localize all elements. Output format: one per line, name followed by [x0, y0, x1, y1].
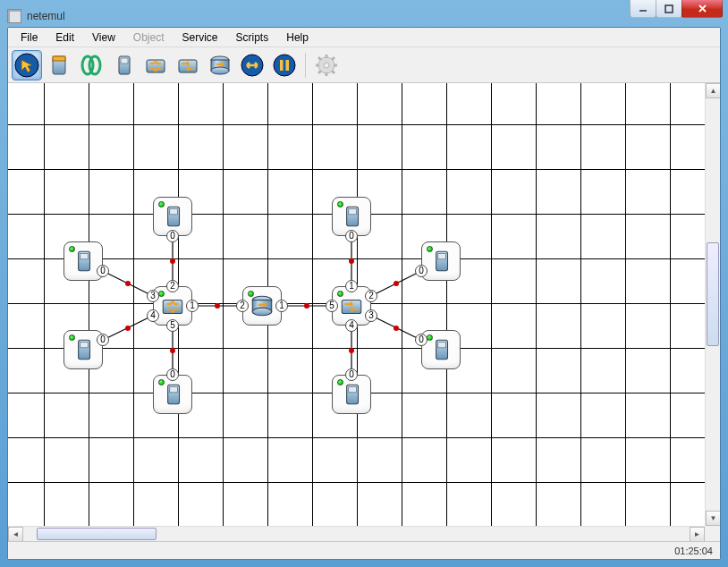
maximize-button[interactable]	[656, 0, 682, 18]
link-dot-icon	[349, 348, 354, 353]
tool-cable[interactable]	[76, 50, 106, 80]
port-label: 4	[345, 319, 358, 332]
computer-icon	[70, 336, 97, 363]
tool-send[interactable]	[237, 50, 267, 80]
port-label: 3	[147, 290, 159, 302]
status-led-icon	[337, 291, 343, 297]
router-icon	[249, 292, 275, 319]
computer-icon	[111, 53, 136, 78]
status-led-icon	[158, 201, 165, 207]
link-dot-icon	[170, 258, 175, 264]
computer-icon	[159, 203, 186, 230]
scroll-up-button[interactable]: ▲	[706, 83, 720, 98]
scroll-down-button[interactable]: ▼	[706, 511, 720, 526]
tool-computer[interactable]	[108, 50, 139, 80]
status-led-icon	[248, 291, 254, 297]
status-time: 01:25:04	[674, 546, 713, 556]
port-label: 0	[345, 368, 358, 381]
port-label: 0	[415, 265, 427, 277]
minimize-button[interactable]	[630, 0, 656, 18]
status-led-icon	[158, 291, 165, 297]
link-dot-icon	[394, 281, 399, 286]
tool-pause[interactable]	[269, 50, 300, 80]
toolbar	[8, 47, 720, 83]
status-led-icon	[337, 201, 343, 207]
computer-icon	[338, 203, 365, 230]
svg-rect-1	[665, 5, 673, 13]
send-icon	[240, 53, 265, 78]
node-computer[interactable]	[63, 241, 103, 281]
menu-view[interactable]: View	[83, 30, 124, 46]
port-label: 0	[345, 230, 358, 242]
port-label: 2	[365, 290, 377, 302]
topology-layer: 03040205121510402030	[8, 83, 705, 526]
canvas[interactable]: 03040205121510402030	[8, 83, 705, 526]
tool-hub[interactable]	[140, 50, 171, 80]
link-dot-icon	[125, 326, 131, 331]
port-label: 4	[147, 309, 159, 322]
link-dot-icon	[394, 326, 399, 331]
status-bar: 01:25:04	[8, 541, 720, 559]
computer-icon	[427, 248, 454, 275]
menu-object: Object	[124, 30, 174, 46]
port-label: 5	[166, 319, 179, 332]
close-button[interactable]	[681, 0, 723, 18]
link-dot-icon	[349, 258, 354, 264]
computer-icon	[427, 336, 454, 363]
status-led-icon	[337, 379, 343, 385]
status-led-icon	[69, 334, 75, 341]
link-dot-icon	[304, 303, 309, 309]
horizontal-scroll-thumb[interactable]	[37, 528, 157, 540]
scroll-left-button[interactable]: ◄	[8, 527, 23, 541]
status-led-icon	[427, 334, 433, 341]
computer-icon	[159, 381, 186, 408]
menu-bar: FileEditViewObjectServiceScriptsHelp	[8, 28, 720, 47]
port-label: 3	[365, 309, 377, 322]
tool-settings	[311, 50, 342, 80]
cable-icon	[79, 53, 104, 78]
port-label: 0	[166, 368, 179, 381]
pointer-icon	[14, 53, 39, 78]
note-icon	[47, 53, 72, 78]
scroll-corner	[705, 526, 720, 541]
pause-icon	[272, 53, 297, 78]
menu-scripts[interactable]: Scripts	[227, 30, 278, 46]
tool-router[interactable]	[205, 50, 235, 80]
hub-icon	[159, 292, 186, 319]
window-title: netemul	[27, 10, 65, 22]
link-dot-icon	[170, 348, 175, 353]
node-computer[interactable]	[421, 330, 461, 369]
work-area: 03040205121510402030 ▲ ▼ ◄ ►	[8, 83, 720, 541]
computer-icon	[338, 381, 365, 408]
port-label: 1	[186, 300, 199, 312]
gear-icon	[314, 53, 339, 78]
status-led-icon	[158, 379, 165, 385]
title-bar[interactable]: netemul	[5, 5, 723, 27]
node-computer[interactable]	[421, 241, 461, 281]
menu-service[interactable]: Service	[174, 30, 227, 46]
status-led-icon	[69, 246, 75, 252]
link-dot-icon	[215, 303, 220, 309]
tool-switch[interactable]	[173, 50, 203, 80]
tool-note[interactable]	[44, 50, 74, 80]
scroll-right-button[interactable]: ►	[690, 527, 705, 541]
horizontal-scrollbar[interactable]: ◄ ►	[8, 526, 705, 541]
port-label: 0	[166, 230, 179, 242]
menu-file[interactable]: File	[12, 30, 47, 46]
router-icon	[207, 53, 233, 78]
menu-help[interactable]: Help	[277, 30, 317, 46]
status-led-icon	[427, 246, 433, 252]
vertical-scroll-thumb[interactable]	[707, 242, 719, 345]
vertical-scrollbar[interactable]: ▲ ▼	[705, 83, 720, 526]
switch-icon	[175, 53, 200, 78]
port-label: 1	[275, 300, 288, 312]
link-dot-icon	[125, 281, 131, 286]
port-label: 0	[97, 265, 109, 277]
computer-icon	[70, 248, 97, 275]
menu-edit[interactable]: Edit	[47, 30, 83, 46]
port-label: 1	[345, 280, 358, 292]
hub-icon	[143, 53, 168, 78]
port-label: 5	[326, 300, 338, 312]
port-label: 0	[97, 334, 109, 346]
tool-pointer[interactable]	[12, 50, 42, 80]
